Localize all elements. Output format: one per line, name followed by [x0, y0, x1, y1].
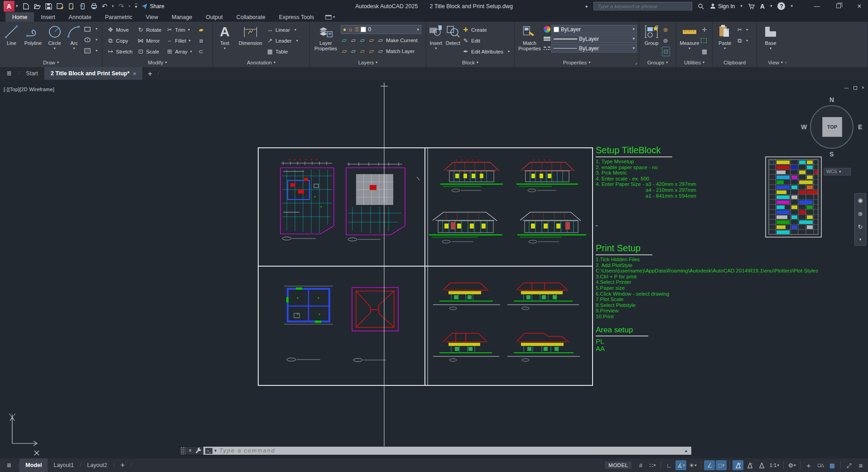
viewcube-south[interactable]: S [829, 151, 834, 158]
ellipse-button[interactable] [84, 35, 100, 44]
layer-thaw-all-icon[interactable] [350, 48, 357, 54]
command-line-grip[interactable] [181, 447, 185, 455]
viewcube-west[interactable]: W [801, 123, 807, 131]
tab-layout2[interactable]: Layout2 [81, 458, 113, 472]
transfer-icon[interactable] [79, 3, 86, 10]
autodesk-icon[interactable]: A [760, 3, 765, 10]
steering-wheel-icon[interactable] [858, 197, 863, 203]
panel-label-block[interactable]: Block [426, 58, 514, 67]
tab-collaborate[interactable]: Collaborate [230, 12, 272, 22]
new-layout-button[interactable] [115, 458, 130, 472]
layer-unisolate-icon[interactable] [341, 48, 348, 54]
quick-calc-button[interactable] [701, 47, 708, 56]
panel-label-annotation[interactable]: Annotation [213, 58, 309, 67]
file-tab-close-icon[interactable] [133, 71, 136, 76]
search-history-caret-icon[interactable] [586, 4, 588, 9]
command-close-icon[interactable] [188, 448, 192, 453]
help-caret-icon[interactable] [791, 4, 793, 8]
graphics-performance[interactable] [827, 460, 838, 470]
tab-parametric[interactable]: Parametric [98, 12, 139, 22]
cut-button[interactable] [736, 25, 749, 34]
fillet-button[interactable]: Fillet [166, 36, 193, 45]
sign-in-button[interactable]: Sign In [710, 3, 735, 10]
orbit-tool-icon[interactable] [858, 224, 863, 230]
customization-menu[interactable] [855, 460, 866, 470]
search-icon[interactable] [698, 3, 704, 10]
save-icon[interactable] [45, 3, 52, 10]
annotation-autoscale-toggle[interactable] [744, 460, 755, 470]
tab-layout1[interactable]: Layout1 [48, 458, 79, 472]
measure-caret-icon[interactable] [689, 47, 690, 50]
panel-label-utilities[interactable]: Utilities [676, 58, 712, 67]
text-button[interactable]: A Text [215, 23, 235, 58]
clean-screen[interactable] [844, 460, 854, 470]
tab-view[interactable]: View [139, 12, 165, 22]
linear-button[interactable]: Linear [266, 25, 301, 34]
hatch-button[interactable] [84, 46, 100, 55]
search-box[interactable] [593, 2, 692, 10]
tab-model-space[interactable]: Model [19, 458, 48, 472]
insert-button[interactable]: Insert [428, 23, 444, 58]
layer-walk-icon[interactable] [368, 48, 375, 54]
annotation-visibility-toggle[interactable] [733, 460, 743, 470]
group-button[interactable]: Group [641, 23, 662, 58]
object-snap-toggle[interactable] [716, 460, 727, 470]
trim-button[interactable]: Trim [166, 25, 193, 34]
stretch-button[interactable]: Stretch [107, 47, 132, 56]
search-input[interactable] [597, 3, 689, 10]
autocad-app-icon[interactable]: A [4, 1, 14, 12]
qat-customize-icon[interactable] [135, 4, 137, 9]
explode-button[interactable] [198, 36, 205, 45]
redo-caret-icon[interactable] [129, 5, 130, 8]
layer-freeze-icon[interactable] [359, 37, 366, 43]
undo-caret-icon[interactable] [112, 5, 114, 8]
zoom-tool-icon[interactable] [858, 211, 863, 217]
layer-dropdown[interactable]: 0 [341, 25, 421, 34]
insert-caret-icon[interactable] [435, 47, 437, 50]
group-edit-button[interactable] [662, 36, 670, 45]
panel-label-view[interactable]: View» [757, 58, 798, 67]
cart-icon[interactable] [748, 3, 755, 10]
plot-icon[interactable] [68, 3, 75, 10]
workspace-switching[interactable] [786, 460, 797, 470]
properties-launcher-icon[interactable]: ⌟ [635, 60, 637, 65]
new-file-icon[interactable] [23, 3, 29, 10]
viewcube-east[interactable]: E [858, 123, 862, 131]
line-button[interactable]: Line [2, 23, 21, 58]
polar-tracking-toggle[interactable] [675, 460, 686, 470]
layer-off-icon[interactable] [341, 37, 348, 43]
open-file-icon[interactable] [34, 3, 41, 10]
polyline-button[interactable]: Polyline [22, 23, 44, 58]
arc-button[interactable]: Arc [65, 23, 83, 58]
isolate-objects[interactable] [815, 460, 826, 470]
viewcube-top-face[interactable]: TOP [822, 117, 842, 137]
rectangle-button[interactable] [84, 24, 100, 34]
base-caret-icon[interactable] [770, 47, 772, 50]
panel-label-groups[interactable]: Groups [639, 58, 676, 67]
isometric-drafting-toggle[interactable] [687, 460, 698, 470]
leader-button[interactable]: Leader [266, 36, 301, 45]
lineweight-dropdown[interactable]: ByLayer [551, 34, 637, 43]
wcs-dropdown[interactable]: WCS [824, 168, 851, 175]
erase-button[interactable] [198, 25, 205, 34]
scale-button[interactable]: Scale [137, 47, 161, 56]
layer-lock-icon[interactable] [368, 37, 375, 43]
ribbon-display-toggle[interactable] [325, 12, 335, 22]
help-icon[interactable]: ? [777, 2, 785, 10]
panel-label-modify[interactable]: Modify [102, 58, 212, 67]
linetype-icon-button[interactable] [544, 44, 550, 53]
layout-tabs-menu-icon[interactable] [0, 462, 18, 469]
command-input-field[interactable]: >_ [203, 447, 691, 455]
move-button[interactable]: Move [107, 25, 132, 34]
layer-dropdown-caret-icon[interactable] [417, 28, 419, 32]
color-wheel-button[interactable] [544, 25, 550, 34]
circle-caret-icon[interactable] [54, 47, 56, 50]
object-color-dropdown[interactable]: ByLayer [551, 25, 637, 34]
ortho-mode-toggle[interactable] [664, 460, 675, 470]
match-layer-button[interactable]: Match Layer [386, 49, 415, 54]
panel-label-draw[interactable]: Draw [0, 58, 102, 67]
rotate-button[interactable]: Rotate [137, 25, 161, 34]
minimize-button[interactable] [812, 3, 822, 9]
file-tabs-menu-icon[interactable] [0, 67, 18, 80]
annotation-monitor[interactable] [803, 460, 814, 470]
